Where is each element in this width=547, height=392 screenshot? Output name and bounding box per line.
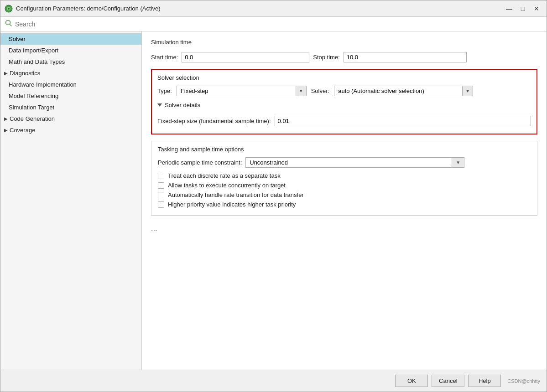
solver-details-header: Solver details <box>157 102 531 108</box>
periodic-input[interactable] <box>246 158 452 167</box>
periodic-dropdown[interactable]: ▼ <box>245 157 464 168</box>
checkbox-treat-discrete[interactable] <box>158 173 164 179</box>
type-dropdown-arrow[interactable]: ▼ <box>296 86 306 96</box>
type-input[interactable] <box>177 86 296 96</box>
checkbox-row-3: Higher priority value indicates higher t… <box>158 201 531 208</box>
ok-button[interactable]: OK <box>395 375 428 387</box>
sidebar-item-code-generation[interactable]: ▶ Code Generation <box>0 113 141 124</box>
sidebar-item-model-referencing[interactable]: Model Referencing <box>0 90 141 102</box>
sidebar-item-solver[interactable]: Solver <box>0 33 141 45</box>
simulation-time-row: Start time: Stop time: <box>151 52 537 62</box>
start-time-label: Start time: <box>151 54 178 61</box>
solver-details-collapse-icon[interactable] <box>157 103 162 107</box>
solver-type-row: Type: ▼ Solver: ▼ <box>157 86 531 96</box>
search-bar <box>0 17 547 31</box>
periodic-label: Periodic sample time constraint: <box>158 159 242 166</box>
start-time-input[interactable] <box>182 52 309 62</box>
solver-dropdown[interactable]: ▼ <box>334 86 473 96</box>
sidebar-label-code-generation: Code Generation <box>10 115 55 122</box>
fixed-step-label: Fixed-step size (fundamental sample time… <box>157 118 271 124</box>
stop-time-label: Stop time: <box>313 54 340 61</box>
sidebar-label-simulation-target: Simulation Target <box>9 104 54 111</box>
right-panel: Simulation time Start time: Stop time: S… <box>142 31 547 370</box>
arrow-icon-code-generation: ▶ <box>4 116 8 121</box>
sidebar-item-coverage[interactable]: ▶ Coverage <box>0 124 141 136</box>
close-button[interactable]: ✕ <box>530 3 543 14</box>
minimize-button[interactable]: — <box>503 3 516 14</box>
sidebar-label-diagnostics: Diagnostics <box>10 70 40 77</box>
window-controls: — □ ✕ <box>503 3 543 14</box>
svg-point-3 <box>6 21 10 25</box>
checkbox-row-2: Automatically handle rate transition for… <box>158 191 531 198</box>
simulation-time-title: Simulation time <box>151 39 537 46</box>
sidebar-item-math-data-types[interactable]: Math and Data Types <box>0 56 141 67</box>
checkbox-auto-handle[interactable] <box>158 192 164 198</box>
main-window: Configuration Parameters: demo/Configura… <box>0 0 547 392</box>
footer: OK Cancel Help CSDN@chhtty <box>0 370 547 392</box>
ellipsis: ... <box>151 222 537 236</box>
tasking-title: Tasking and sample time options <box>158 146 531 153</box>
solver-label: Solver: <box>311 88 329 94</box>
sidebar-item-data-import-export[interactable]: Data Import/Export <box>0 45 141 56</box>
checkbox-label-higher-priority: Higher priority value indicates higher t… <box>168 201 296 208</box>
sidebar-label-hardware-implementation: Hardware Implementation <box>9 81 77 88</box>
window-title: Configuration Parameters: demo/Configura… <box>16 5 503 12</box>
checkbox-label-treat-discrete: Treat each discrete rate as a separate t… <box>168 172 281 179</box>
simulation-time-section: Simulation time Start time: Stop time: <box>151 39 537 62</box>
checkbox-allow-tasks[interactable] <box>158 182 164 189</box>
checkbox-label-allow-tasks: Allow tasks to execute concurrently on t… <box>168 182 286 189</box>
sidebar: Solver Data Import/Export Math and Data … <box>0 31 142 370</box>
maximize-button[interactable]: □ <box>516 3 529 14</box>
main-content: Solver Data Import/Export Math and Data … <box>0 31 547 370</box>
sidebar-label-model-referencing: Model Referencing <box>9 93 58 99</box>
sidebar-label-math-data-types: Math and Data Types <box>9 58 65 65</box>
type-label: Type: <box>157 88 172 94</box>
cancel-button[interactable]: Cancel <box>432 375 464 387</box>
stop-time-input[interactable] <box>344 52 467 62</box>
sidebar-item-diagnostics[interactable]: ▶ Diagnostics <box>0 67 141 79</box>
svg-point-2 <box>8 8 10 10</box>
arrow-icon-coverage: ▶ <box>4 128 8 133</box>
arrow-icon-diagnostics: ▶ <box>4 71 8 76</box>
checkbox-row-0: Treat each discrete rate as a separate t… <box>158 172 531 179</box>
svg-line-4 <box>10 25 12 26</box>
fixed-step-row: Fixed-step size (fundamental sample time… <box>157 113 531 129</box>
help-button[interactable]: Help <box>468 375 501 387</box>
fixed-step-input[interactable] <box>275 116 531 126</box>
checkbox-label-auto-handle: Automatically handle rate transition for… <box>168 191 304 198</box>
search-input[interactable] <box>15 21 542 28</box>
search-icon <box>5 20 12 28</box>
titlebar: Configuration Parameters: demo/Configura… <box>0 0 547 17</box>
sidebar-label-data-import-export: Data Import/Export <box>9 47 58 54</box>
tasking-section: Tasking and sample time options Periodic… <box>151 141 537 216</box>
watermark: CSDN@chhtty <box>507 378 540 384</box>
type-dropdown[interactable]: ▼ <box>177 86 307 96</box>
solver-input[interactable] <box>334 86 462 96</box>
app-icon <box>4 4 13 13</box>
sidebar-item-simulation-target[interactable]: Simulation Target <box>0 102 141 113</box>
solver-selection-box: Solver selection Type: ▼ Solver: ▼ <box>151 69 537 134</box>
checkbox-row-1: Allow tasks to execute concurrently on t… <box>158 182 531 189</box>
solver-dropdown-arrow[interactable]: ▼ <box>462 86 473 96</box>
sidebar-item-hardware-implementation[interactable]: Hardware Implementation <box>0 79 141 90</box>
periodic-dropdown-arrow[interactable]: ▼ <box>452 158 464 167</box>
sidebar-label-coverage: Coverage <box>10 127 35 134</box>
solver-details-title: Solver details <box>165 102 200 108</box>
checkbox-higher-priority[interactable] <box>158 201 164 208</box>
solver-selection-title: Solver selection <box>157 74 531 81</box>
sidebar-label-solver: Solver <box>9 36 26 42</box>
periodic-sample-row: Periodic sample time constraint: ▼ <box>158 157 531 168</box>
